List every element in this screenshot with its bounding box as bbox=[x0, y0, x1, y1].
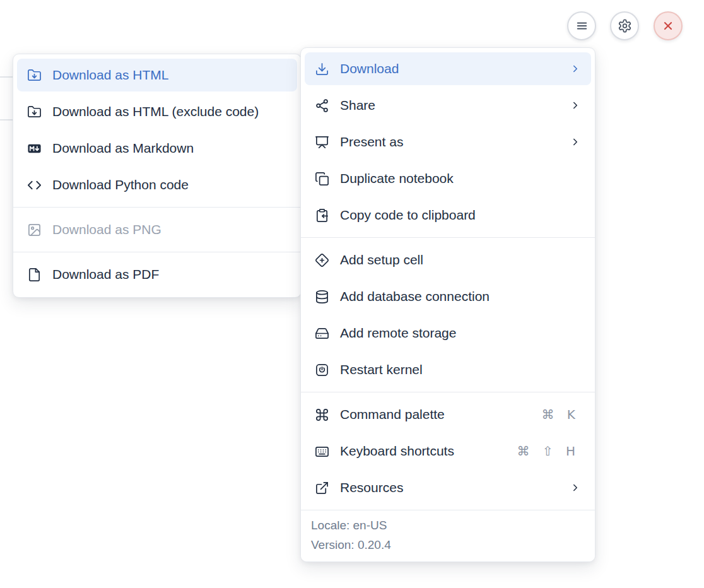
menu-item-download[interactable]: Download bbox=[305, 52, 591, 85]
external-link-icon bbox=[315, 481, 329, 495]
menu-item-add-database-connection[interactable]: Add database connection bbox=[305, 280, 591, 313]
menu-item-label: Command palette bbox=[340, 407, 445, 422]
menu-item-download-python-code[interactable]: Download Python code bbox=[17, 168, 297, 201]
menu-item-download-as-html-exclude-code[interactable]: Download as HTML (exclude code) bbox=[17, 95, 297, 128]
menu-item-command-palette[interactable]: Command palette ⌘ K bbox=[305, 398, 591, 431]
menu-item-label: Download as Markdown bbox=[52, 141, 194, 156]
background-divider-line bbox=[0, 76, 13, 78]
menu-separator bbox=[13, 207, 301, 208]
shortcut-label: ⌘ ⇧ H bbox=[517, 444, 580, 459]
folder-down-icon bbox=[27, 68, 42, 83]
copy-icon bbox=[315, 172, 329, 186]
image-icon bbox=[27, 223, 42, 237]
background-divider-line bbox=[0, 119, 13, 121]
menu-separator bbox=[301, 237, 595, 238]
menu-item-label: Add setup cell bbox=[340, 252, 423, 268]
menu-item-label: Add remote storage bbox=[340, 326, 456, 341]
menu-item-label: Download bbox=[340, 61, 399, 76]
menu-item-present-as[interactable]: Present as bbox=[305, 126, 591, 158]
menu-item-add-remote-storage[interactable]: Add remote storage bbox=[305, 317, 591, 350]
presentation-icon bbox=[315, 135, 329, 150]
menu-separator bbox=[301, 392, 595, 392]
keyboard-icon bbox=[315, 444, 329, 459]
power-icon bbox=[315, 363, 329, 377]
app-screen: Download as HTML Download as HTML (exclu… bbox=[0, 0, 704, 588]
menu-item-download-as-pdf[interactable]: Download as PDF bbox=[17, 258, 297, 291]
code-icon bbox=[27, 178, 42, 192]
menu-button[interactable] bbox=[567, 11, 596, 40]
menu-item-label: Keyboard shortcuts bbox=[340, 444, 454, 459]
menu-separator bbox=[13, 252, 301, 252]
diamond-plus-icon bbox=[315, 253, 329, 268]
menu-item-label: Download as PNG bbox=[52, 222, 161, 237]
chevron-right-icon bbox=[570, 482, 581, 493]
hamburger-icon bbox=[575, 19, 589, 33]
command-icon bbox=[315, 408, 329, 422]
menu-item-label: Present as bbox=[340, 134, 403, 150]
menu-item-add-setup-cell[interactable]: Add setup cell bbox=[305, 244, 591, 276]
download-submenu: Download as HTML Download as HTML (exclu… bbox=[13, 54, 302, 298]
close-icon bbox=[661, 19, 676, 33]
menu-item-label: Download as PDF bbox=[52, 267, 159, 282]
menu-item-label: Download as HTML (exclude code) bbox=[52, 104, 259, 119]
share-icon bbox=[315, 98, 329, 113]
menu-item-label: Copy code to clipboard bbox=[340, 208, 476, 223]
download-icon bbox=[315, 62, 329, 76]
menu-item-label: Restart kernel bbox=[340, 362, 423, 377]
close-button[interactable] bbox=[654, 11, 683, 40]
markdown-download-icon bbox=[27, 141, 42, 156]
menu-item-label: Add database connection bbox=[340, 289, 490, 304]
shortcut-label: ⌘ K bbox=[542, 407, 580, 422]
notebook-menu: Download Share Present as bbox=[300, 47, 595, 562]
menu-item-label: Share bbox=[340, 98, 375, 113]
menu-item-label: Duplicate notebook bbox=[340, 171, 454, 186]
menu-item-resources[interactable]: Resources bbox=[305, 471, 591, 504]
menu-footer: Locale: en-US Version: 0.20.4 bbox=[301, 510, 595, 562]
menu-item-duplicate-notebook[interactable]: Duplicate notebook bbox=[305, 162, 591, 195]
menu-item-copy-code-to-clipboard[interactable]: Copy code to clipboard bbox=[305, 199, 591, 232]
clipboard-copy-icon bbox=[315, 208, 329, 223]
hard-drive-icon bbox=[315, 326, 329, 341]
menu-item-label: Resources bbox=[340, 480, 403, 495]
folder-down-icon bbox=[27, 105, 42, 119]
chevron-right-icon bbox=[570, 100, 581, 111]
version-text: Version: 0.20.4 bbox=[311, 538, 585, 552]
menu-item-keyboard-shortcuts[interactable]: Keyboard shortcuts ⌘ ⇧ H bbox=[305, 435, 591, 467]
menu-item-share[interactable]: Share bbox=[305, 89, 591, 122]
gear-icon bbox=[618, 19, 632, 33]
file-icon bbox=[27, 268, 42, 282]
chevron-right-icon bbox=[570, 63, 581, 74]
database-icon bbox=[315, 290, 329, 304]
menu-item-download-as-html[interactable]: Download as HTML bbox=[17, 59, 297, 91]
menu-item-label: Download as HTML bbox=[52, 68, 168, 83]
locale-text: Locale: en-US bbox=[311, 519, 585, 532]
menu-item-download-as-markdown[interactable]: Download as Markdown bbox=[17, 132, 297, 165]
settings-button[interactable] bbox=[610, 11, 639, 40]
chevron-right-icon bbox=[570, 136, 581, 148]
menu-item-label: Download Python code bbox=[52, 177, 189, 192]
menu-item-download-as-png[interactable]: Download as PNG bbox=[17, 213, 297, 246]
menu-item-restart-kernel[interactable]: Restart kernel bbox=[305, 353, 591, 386]
